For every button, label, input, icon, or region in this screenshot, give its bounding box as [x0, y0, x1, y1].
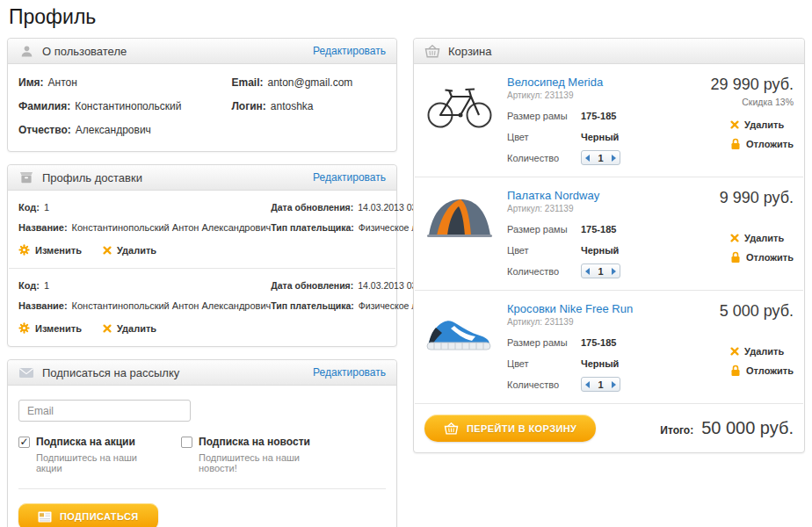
- qty-increase-arrow[interactable]: [612, 268, 616, 275]
- x-icon: [103, 324, 112, 333]
- spec-size-label: Размер рамы: [507, 111, 581, 121]
- spec-qty-label: Количество: [507, 266, 581, 277]
- panel-delivery: Профиль доставки Редактировать Код:1 Наз…: [7, 164, 397, 347]
- main-layout: О пользователе Редактировать Имя:Антон Ф…: [0, 38, 812, 527]
- item-price: 5 000 руб.: [720, 302, 794, 321]
- checkbox-promo[interactable]: [18, 437, 30, 448]
- panel-subscribe-header: Подписаться на рассылку Редактировать: [8, 360, 396, 386]
- panel-user-header: О пользователе Редактировать: [8, 39, 396, 64]
- qty-decrease-arrow[interactable]: [585, 268, 590, 275]
- gear-icon: [18, 244, 30, 256]
- panel-user-info: О пользователе Редактировать Имя:Антон Ф…: [7, 38, 397, 152]
- spec-size-value: 175-185: [581, 111, 616, 121]
- product-image-bicycle: [424, 76, 495, 171]
- checkbox-news[interactable]: [181, 437, 192, 448]
- delivery-name: Название:Константинопольский Антон Алекс…: [18, 222, 271, 233]
- item-sku: Артикул: 231139: [507, 317, 674, 327]
- basket-icon: [444, 422, 459, 435]
- item-hold-action[interactable]: Отложить: [730, 251, 794, 264]
- spec-size-label: Размер рамы: [507, 224, 581, 235]
- item-hold-action[interactable]: Отложить: [730, 138, 794, 150]
- user-edit-link[interactable]: Редактировать: [313, 45, 386, 57]
- qty-decrease-arrow[interactable]: [585, 381, 590, 388]
- delivery-edit-action[interactable]: Изменить: [18, 322, 82, 334]
- divider: [18, 488, 386, 489]
- x-icon: [103, 246, 112, 255]
- item-remove-action[interactable]: Удалить: [730, 233, 784, 243]
- delivery-edit-link[interactable]: Редактировать: [313, 171, 386, 184]
- item-price: 29 990 руб.: [711, 76, 794, 94]
- delivery-profile-1: Код:1 Название:Константинопольский Антон…: [8, 191, 396, 268]
- field-last-name: Фамилия:Константинопольский: [18, 100, 231, 112]
- panel-cart: Корзина В: [413, 38, 805, 453]
- spec-color-value: Черный: [581, 245, 619, 256]
- item-remove-action[interactable]: Удалить: [730, 119, 784, 130]
- option-news: Подписка на новости Подпишитесь на наши …: [181, 436, 317, 473]
- panel-cart-title: Корзина: [448, 45, 492, 58]
- total-value: 50 000 руб.: [701, 418, 794, 438]
- go-to-cart-button[interactable]: ПЕРЕЙТИ В КОРЗИНУ: [424, 415, 596, 442]
- subscribe-edit-link[interactable]: Редактировать: [313, 366, 386, 379]
- lock-icon: [730, 138, 741, 150]
- quantity-stepper[interactable]: 1: [581, 150, 620, 165]
- lock-icon: [730, 365, 741, 377]
- spec-qty-label: Количество: [507, 379, 581, 390]
- item-hold-action[interactable]: Отложить: [730, 365, 794, 377]
- item-sku: Артикул: 231139: [507, 204, 674, 213]
- qty-value: 1: [598, 379, 603, 390]
- option-news-note: Подпишитесь на наши новости!: [199, 452, 317, 473]
- qty-increase-arrow[interactable]: [612, 381, 616, 388]
- item-sku: Артикул: 231139: [507, 90, 674, 100]
- item-remove-action[interactable]: Удалить: [730, 346, 784, 357]
- panel-subscribe-title: Подписаться на рассылку: [42, 366, 179, 379]
- user-body: Имя:Антон Фамилия:Константинопольский От…: [8, 64, 396, 151]
- item-price: 9 990 руб.: [720, 189, 794, 207]
- spec-color-label: Цвет: [507, 358, 581, 369]
- x-icon: [730, 234, 739, 242]
- delivery-edit-action[interactable]: Изменить: [18, 244, 82, 256]
- email-input[interactable]: [18, 400, 191, 422]
- option-promo-note: Подпишитесь на наши акции: [36, 452, 155, 473]
- spec-color-value: Черный: [581, 358, 619, 369]
- qty-decrease-arrow[interactable]: [585, 155, 590, 162]
- user-icon: [18, 45, 34, 58]
- spec-color-value: Черный: [581, 132, 619, 142]
- basket-icon: [424, 45, 440, 58]
- spec-color-label: Цвет: [507, 245, 581, 256]
- spec-size-value: 175-185: [581, 224, 616, 235]
- cart-item: Кросовки Nike Free Run Артикул: 231139 Р…: [414, 291, 804, 403]
- spec-qty-label: Количество: [507, 153, 581, 163]
- subscribe-button[interactable]: ПОДПИСАТЬСЯ: [18, 503, 158, 527]
- box-icon: [18, 171, 34, 184]
- delivery-name: Название:Константинопольский Антон Алекс…: [18, 300, 271, 311]
- qty-value: 1: [598, 266, 603, 277]
- option-promo: Подписка на акции Подпишитесь на наши ак…: [18, 436, 155, 473]
- delivery-profile-2: Код:1 Название:Константинопольский Антон…: [8, 269, 396, 346]
- delivery-code: Код:1: [18, 280, 271, 291]
- qty-increase-arrow[interactable]: [612, 155, 616, 162]
- spec-color-label: Цвет: [507, 132, 581, 142]
- item-name-link[interactable]: Палатка Nordway: [507, 189, 674, 202]
- panel-delivery-header: Профиль доставки Редактировать: [8, 165, 396, 191]
- gear-icon: [18, 322, 30, 334]
- panel-user-title: О пользователе: [42, 45, 127, 58]
- lock-icon: [730, 251, 741, 264]
- spec-size-value: 175-185: [581, 337, 616, 348]
- delivery-delete-action[interactable]: Удалить: [103, 244, 156, 256]
- page-title: Профиль: [9, 5, 812, 29]
- product-image-sneaker: [424, 302, 495, 398]
- quantity-stepper[interactable]: 1: [581, 377, 620, 392]
- item-name-link[interactable]: Кросовки Nike Free Run: [507, 302, 674, 315]
- delivery-delete-action[interactable]: Удалить: [103, 322, 156, 334]
- qty-value: 1: [598, 153, 603, 163]
- panel-cart-header: Корзина: [414, 39, 804, 64]
- spec-size-label: Размер рамы: [507, 337, 581, 348]
- field-middle-name: Отчество:Александрович: [18, 124, 231, 136]
- item-name-link[interactable]: Велосипед Merida: [507, 76, 674, 89]
- total-label: Итого:: [660, 424, 693, 437]
- newspaper-icon: [38, 511, 52, 523]
- quantity-stepper[interactable]: 1: [581, 264, 620, 278]
- right-column: Корзина В: [413, 38, 805, 466]
- field-login: Логин:antoshka: [231, 100, 386, 112]
- field-first-name: Имя:Антон: [18, 76, 231, 89]
